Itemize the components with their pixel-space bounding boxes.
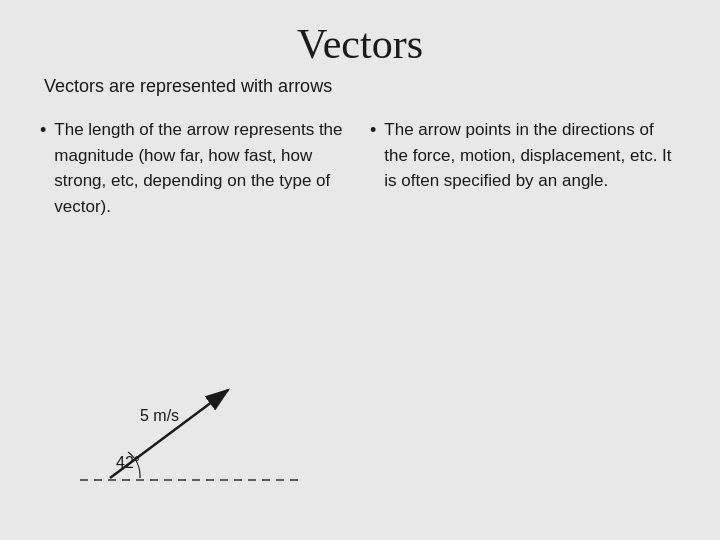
- slide: Vectors Vectors are represented with arr…: [0, 0, 720, 540]
- content-row: • The length of the arrow represents the…: [40, 117, 680, 229]
- bullet-item-right: • The arrow points in the directions of …: [370, 117, 680, 194]
- bullet-item-left: • The length of the arrow represents the…: [40, 117, 350, 219]
- slide-subtitle: Vectors are represented with arrows: [44, 76, 680, 97]
- angle-label: 42°: [116, 454, 140, 472]
- slide-title: Vectors: [40, 20, 680, 68]
- speed-label: 5 m/s: [140, 407, 179, 425]
- left-column: • The length of the arrow represents the…: [40, 117, 350, 229]
- bullet-dot-right: •: [370, 117, 376, 144]
- bullet-text-right: The arrow points in the directions of th…: [384, 117, 680, 194]
- bullet-dot-left: •: [40, 117, 46, 144]
- vector-svg: [60, 340, 320, 500]
- bullet-text-left: The length of the arrow represents the m…: [54, 117, 350, 219]
- right-column: • The arrow points in the directions of …: [370, 117, 680, 204]
- vector-diagram: 5 m/s 42°: [60, 340, 320, 500]
